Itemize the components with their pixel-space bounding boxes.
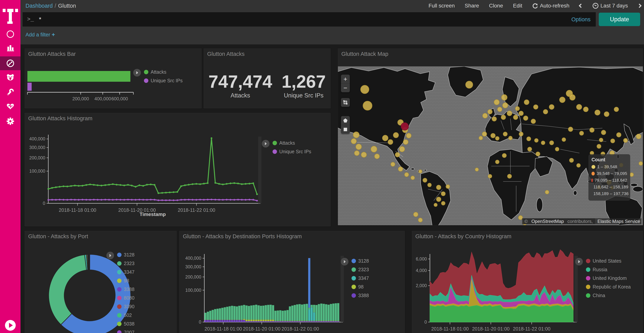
legend-item[interactable]: Attacks: [144, 69, 183, 75]
legend-item[interactable]: United Kingdom: [586, 275, 631, 281]
query-bar[interactable]: >_ * Options: [22, 12, 596, 27]
time-back-button[interactable]: [580, 4, 582, 7]
map-legend-dot: [592, 165, 595, 169]
legend-item[interactable]: Republic of Korea: [586, 284, 631, 290]
legend-item[interactable]: 3347: [352, 275, 369, 281]
panel-title: Glutton Attacks Bar: [28, 51, 76, 57]
zoom-out-button[interactable]: −: [341, 84, 350, 92]
sidebar-item-honeypot[interactable]: [0, 70, 20, 84]
legend-item[interactable]: 2323: [352, 267, 369, 272]
fit-bounds-button[interactable]: [341, 98, 350, 107]
metric-value: 747,474: [208, 72, 272, 92]
sidebar-item-monitoring[interactable]: [0, 100, 20, 113]
legend-color-dot: [117, 313, 122, 317]
share-button[interactable]: Share: [465, 3, 479, 9]
collapse-sidebar-button[interactable]: [5, 320, 16, 331]
breadcrumb-dashboard-link[interactable]: Dashboard: [26, 3, 53, 9]
fullscreen-button[interactable]: Full screen: [428, 3, 455, 9]
legend-item[interactable]: Russia: [586, 267, 631, 272]
time-picker-button[interactable]: Last 7 days: [592, 3, 628, 9]
sidebar-item-discover[interactable]: [0, 27, 20, 41]
legend-item[interactable]: 7007: [117, 330, 134, 333]
svg-text:4,000: 4,000: [416, 268, 427, 273]
map-legend: Count 1 – 39,54839,548 – 79,09579,095 – …: [588, 154, 630, 201]
draw-rectangle-button[interactable]: [341, 125, 350, 134]
chevron-right-icon: [637, 4, 642, 8]
svg-text:Timestamp: Timestamp: [259, 332, 285, 333]
svg-text:2018-11-18 01:00: 2018-11-18 01:00: [204, 326, 242, 331]
svg-text:2018-11-22 01:00: 2018-11-22 01:00: [282, 326, 319, 331]
bar-chart-icon: [6, 43, 15, 52]
sidebar-item-devtools[interactable]: [0, 85, 20, 99]
sidebar-item-visualize[interactable]: [0, 41, 20, 55]
add-filter-button[interactable]: Add a filter +: [26, 31, 55, 38]
svg-text:300,000: 300,000: [29, 145, 45, 150]
svg-text:400,000: 400,000: [29, 136, 45, 141]
legend-toggle[interactable]: [575, 258, 583, 265]
world-map[interactable]: [338, 66, 643, 225]
legend-item[interactable]: United States: [586, 258, 631, 264]
map-legend-item: 79,095 – 118,642: [592, 178, 627, 183]
panel-attacks-metric: Glutton Attacks 747,474Attacks1,267Uniqu…: [204, 48, 330, 108]
time-forward-button[interactable]: [638, 4, 641, 7]
legend-item[interactable]: 3128: [352, 258, 369, 264]
elastic-maps-link[interactable]: Elastic Maps Service: [596, 218, 641, 224]
auto-refresh-button[interactable]: Auto-refresh: [532, 3, 570, 9]
svg-text:200,000: 200,000: [185, 274, 201, 279]
heartbeat-icon: [6, 102, 15, 111]
legend-toggle[interactable]: [341, 258, 348, 265]
svg-text:Timestamp: Timestamp: [140, 211, 166, 217]
legend-item[interactable]: 3128: [117, 252, 134, 258]
legend-item[interactable]: Unique Src IPs: [144, 78, 183, 84]
legend-label: 5038: [124, 321, 134, 327]
attacks-by-port-donut[interactable]: [25, 231, 177, 333]
svg-text:6,000: 6,000: [416, 256, 427, 261]
map-zoom-controls: + −: [341, 75, 350, 92]
legend-item[interactable]: China: [586, 293, 631, 298]
rectangle-icon: [343, 127, 348, 132]
dest-ports-histogram-chart[interactable]: 0100,000200,000300,000400,0002018-11-18 …: [180, 231, 405, 333]
legend-label: 3390: [124, 304, 134, 309]
attacks-histogram-chart[interactable]: 0100,000200,000300,000400,0002018-11-18 …: [25, 113, 330, 226]
zoom-in-button[interactable]: +: [341, 75, 350, 84]
legend-item[interactable]: 3347: [117, 269, 134, 275]
legend-item[interactable]: 98: [352, 284, 369, 290]
legend-label: China: [593, 293, 605, 298]
legend-item[interactable]: 98: [117, 278, 134, 283]
telekom-logo[interactable]: [3, 5, 18, 24]
legend-item[interactable]: 2323: [117, 261, 134, 266]
legend-color-dot: [586, 285, 590, 289]
legend-item[interactable]: Attacks: [272, 140, 311, 146]
draw-polygon-button[interactable]: [341, 116, 350, 125]
legend-label: Attacks: [151, 69, 166, 75]
legend-toggle[interactable]: [106, 252, 114, 259]
legend-label: 502: [124, 312, 132, 318]
openstreetmap-link[interactable]: OpenStreetMap: [530, 218, 565, 224]
legend-item[interactable]: 3390: [117, 304, 134, 309]
legend-item[interactable]: 3388: [352, 293, 369, 298]
query-options-link[interactable]: Options: [571, 16, 590, 23]
clone-button[interactable]: Clone: [489, 3, 503, 9]
legend-toggle[interactable]: [133, 69, 141, 77]
sidebar-item-management[interactable]: [0, 114, 20, 128]
legend-color-dot: [144, 79, 148, 83]
query-input[interactable]: *: [39, 16, 571, 23]
sidebar-item-dashboard[interactable]: [0, 56, 20, 70]
legend-label: 3128: [124, 252, 134, 258]
legend: 312823233347983388: [352, 258, 369, 301]
legend-item[interactable]: 8080: [117, 295, 134, 301]
legend-color-dot: [117, 296, 122, 300]
svg-text:0: 0: [43, 201, 45, 206]
legend-item[interactable]: 3388: [117, 286, 134, 292]
topbar: Dashboard/Glutton Full screen Share Clon…: [20, 0, 644, 12]
legend-color-dot: [272, 149, 277, 154]
update-button[interactable]: Update: [599, 13, 640, 26]
legend-toggle[interactable]: [262, 140, 270, 148]
legend-item[interactable]: Unique Src IPs: [272, 149, 311, 154]
legend-color-dot: [352, 276, 356, 280]
legend-item[interactable]: 502: [117, 312, 134, 318]
legend-item[interactable]: 5038: [117, 321, 134, 327]
edit-button[interactable]: Edit: [513, 3, 522, 9]
svg-text:Timestamp: Timestamp: [488, 332, 515, 333]
legend: 3128232333479833888080339050250387007: [117, 252, 134, 333]
